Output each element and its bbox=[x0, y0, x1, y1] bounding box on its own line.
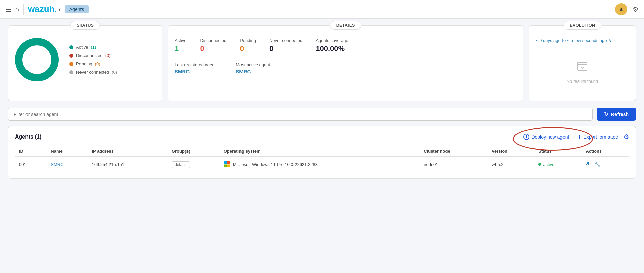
evolution-card-inner: ~ 9 days ago to ~ a few seconds ago ∨ N bbox=[536, 33, 629, 94]
detail-active: Active 1 bbox=[175, 38, 186, 53]
svg-rect-0 bbox=[578, 62, 587, 70]
home-icon[interactable]: ⌂ bbox=[15, 5, 19, 13]
col-actions: Actions bbox=[582, 146, 629, 157]
details-agent-links: Last registered agent SMRC Most active a… bbox=[175, 62, 516, 74]
user-avatar[interactable]: a bbox=[615, 3, 627, 15]
table-settings-button[interactable]: ⚙ bbox=[624, 133, 629, 141]
status-card: STATUS Active (1) Disconnected (0) bbox=[8, 25, 162, 101]
col-groups[interactable]: Group(s) bbox=[168, 146, 220, 157]
pending-label: Pending bbox=[76, 61, 92, 66]
agents-table-title: Agents (1) bbox=[15, 134, 523, 140]
plus-circle-icon: + bbox=[523, 134, 529, 140]
coverage-stat-label: Agents coverage bbox=[316, 38, 348, 43]
last-registered-label: Last registered agent bbox=[175, 62, 216, 67]
svg-rect-5 bbox=[227, 161, 230, 164]
detail-disconnected: Disconnected 0 bbox=[200, 38, 226, 53]
col-status[interactable]: Status bbox=[534, 146, 582, 157]
group-badge[interactable]: default bbox=[172, 161, 190, 168]
topnav-settings-icon[interactable]: ⚙ bbox=[633, 5, 639, 13]
evolution-card-title: EVOLUTION bbox=[563, 21, 601, 30]
refresh-label: Refresh bbox=[611, 112, 629, 117]
coverage-stat-value: 100.00% bbox=[316, 44, 348, 53]
nav-dropdown-arrow[interactable]: ▾ bbox=[58, 7, 61, 12]
disconnected-count: (0) bbox=[105, 53, 111, 58]
agents-table-header: Agents (1) + Deploy new agent ⬇ Export f… bbox=[15, 133, 629, 141]
never-stat-label: Never connected bbox=[269, 38, 302, 43]
cell-os: Microsoft Windows 11 Pro 10.0.22621.2283 bbox=[220, 157, 420, 172]
disconnected-stat-value: 0 bbox=[200, 44, 226, 53]
last-registered-link[interactable]: SMRC bbox=[175, 69, 190, 74]
os-text: Microsoft Windows 11 Pro 10.0.22621.2283 bbox=[233, 162, 318, 167]
active-label: Active bbox=[76, 45, 88, 50]
status-active-dot bbox=[538, 163, 541, 166]
evolution-timerange-label: ~ 9 days ago to ~ a few seconds ago bbox=[536, 38, 607, 43]
evolution-no-results-text: No results found bbox=[567, 79, 598, 84]
agent-config-icon[interactable]: 🔧 bbox=[594, 161, 601, 167]
evolution-chevron-icon: ∨ bbox=[609, 38, 612, 43]
detail-never: Never connected 0 bbox=[269, 38, 302, 53]
col-version[interactable]: Version bbox=[488, 146, 534, 157]
disconnected-dot bbox=[69, 54, 73, 58]
main-content: STATUS Active (1) Disconnected (0) bbox=[0, 19, 644, 185]
deploy-new-agent-button[interactable]: + Deploy new agent bbox=[523, 134, 569, 140]
export-formatted-button[interactable]: ⬇ Export formatted bbox=[577, 134, 619, 140]
windows-logo-icon bbox=[224, 161, 230, 168]
export-icon: ⬇ bbox=[577, 134, 582, 140]
details-stats-row: Active 1 Disconnected 0 Pending 0 Never … bbox=[175, 38, 516, 53]
evolution-card: EVOLUTION ~ 9 days ago to ~ a few second… bbox=[529, 25, 636, 101]
cell-ip: 169.254.215.151 bbox=[88, 157, 167, 172]
status-donut-chart bbox=[15, 38, 59, 81]
pending-stat-value: 0 bbox=[240, 44, 256, 53]
col-name[interactable]: Name bbox=[47, 146, 88, 157]
active-dot bbox=[69, 45, 73, 49]
detail-pending: Pending 0 bbox=[240, 38, 256, 53]
last-registered-agent: Last registered agent SMRC bbox=[175, 62, 216, 74]
deploy-button-wrapper: + Deploy new agent bbox=[523, 134, 577, 140]
col-os[interactable]: Operating system bbox=[220, 146, 420, 157]
status-active-cell: active bbox=[538, 162, 578, 167]
table-row: 001 SMRC 169.254.215.151 default bbox=[15, 157, 629, 172]
svg-rect-4 bbox=[224, 161, 227, 164]
status-legend: Active (1) Disconnected (0) Pending (0) bbox=[69, 45, 117, 75]
svg-rect-7 bbox=[227, 165, 230, 168]
agents-table-header-row: ID ↑ Name IP address Group(s) Operating … bbox=[15, 146, 629, 157]
agents-table-card: Agents (1) + Deploy new agent ⬇ Export f… bbox=[8, 126, 636, 179]
most-active-label: Most active agent bbox=[236, 62, 270, 67]
cell-id: 001 bbox=[15, 157, 47, 172]
cell-version: v4.5.2 bbox=[488, 157, 534, 172]
agents-table-body: 001 SMRC 169.254.215.151 default bbox=[15, 157, 629, 172]
cell-name[interactable]: SMRC bbox=[47, 157, 88, 172]
evolution-empty-state: No results found bbox=[536, 50, 629, 94]
col-id[interactable]: ID ↑ bbox=[15, 146, 47, 157]
nav-divider bbox=[23, 4, 24, 15]
most-active-link[interactable]: SMRC bbox=[236, 69, 251, 74]
active-stat-value: 1 bbox=[175, 44, 186, 53]
agents-table-head: ID ↑ Name IP address Group(s) Operating … bbox=[15, 146, 629, 157]
export-button-label: Export formatted bbox=[584, 134, 619, 140]
sort-icon-id: ↑ bbox=[25, 149, 28, 153]
col-ip[interactable]: IP address bbox=[88, 146, 167, 157]
refresh-button[interactable]: ↻ Refresh bbox=[597, 108, 636, 121]
details-card-inner: Active 1 Disconnected 0 Pending 0 Never … bbox=[175, 33, 516, 74]
deploy-button-label: Deploy new agent bbox=[531, 134, 569, 140]
search-input[interactable] bbox=[8, 108, 593, 121]
svg-rect-6 bbox=[224, 165, 227, 168]
legend-item-active: Active (1) bbox=[69, 45, 117, 50]
status-card-inner: Active (1) Disconnected (0) Pending (0) bbox=[15, 33, 155, 81]
agents-nav-badge[interactable]: Agents bbox=[65, 5, 89, 13]
view-agent-icon[interactable]: 👁 bbox=[586, 161, 591, 167]
most-active-agent: Most active agent SMRC bbox=[236, 62, 270, 74]
hamburger-icon[interactable]: ☰ bbox=[5, 5, 11, 13]
disconnected-stat-label: Disconnected bbox=[200, 38, 226, 43]
legend-item-never: Never connected (0) bbox=[69, 70, 117, 75]
top-navigation: ☰ ⌂ wazuh. ▾ Agents a ⚙ bbox=[0, 0, 644, 19]
os-cell: Microsoft Windows 11 Pro 10.0.22621.2283 bbox=[224, 161, 416, 168]
col-cluster[interactable]: Cluster node bbox=[420, 146, 488, 157]
action-icons: 👁 🔧 bbox=[586, 161, 625, 167]
disconnected-label: Disconnected bbox=[76, 53, 103, 58]
legend-item-disconnected: Disconnected (0) bbox=[69, 53, 117, 58]
evolution-timerange[interactable]: ~ 9 days ago to ~ a few seconds ago ∨ bbox=[536, 38, 629, 43]
never-count: (0) bbox=[112, 70, 117, 75]
evolution-empty-icon bbox=[576, 60, 589, 76]
details-card-title: DETAILS bbox=[330, 21, 361, 30]
